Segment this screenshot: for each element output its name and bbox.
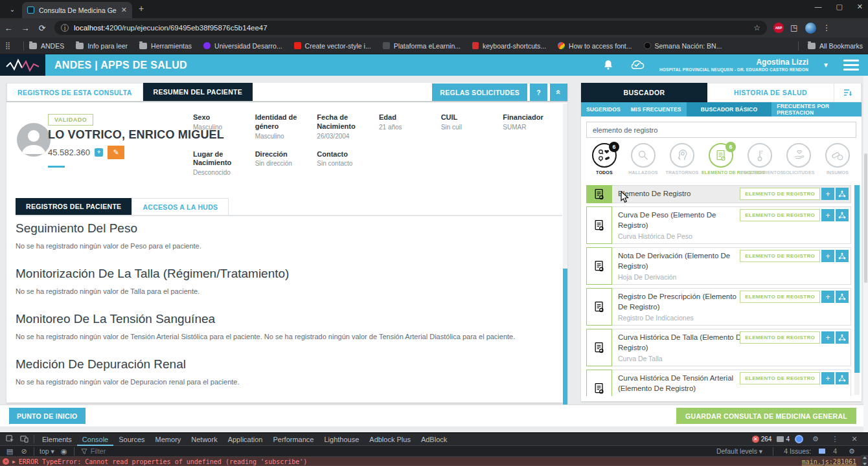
collapse-panel-button[interactable]: « — [550, 83, 567, 101]
bookmark-item[interactable]: Plataforma eLearnin... — [383, 42, 461, 50]
filter-elemento-registros[interactable]: 6 ELEMENTO DE REGISTROS — [702, 143, 740, 175]
window-close-icon[interactable]: ✕ — [857, 3, 863, 11]
log-levels-selector[interactable]: Default levels ▾ — [716, 447, 762, 455]
devtools-tab[interactable]: Elements — [37, 433, 77, 446]
bookmark-item[interactable]: ANDES — [29, 42, 64, 50]
inspect-element-icon[interactable] — [3, 435, 17, 444]
tab-registros-paciente[interactable]: REGISTROS DEL PACIENTE — [16, 198, 131, 215]
bookmark-item[interactable]: How to access font... — [558, 42, 632, 50]
notifications-bell-icon[interactable] — [602, 59, 614, 71]
chrome-menu-icon[interactable]: ⋮ — [823, 23, 830, 32]
page-scrollbar[interactable] — [863, 76, 868, 432]
filter-solicitudes[interactable]: SOLICITUDES — [779, 143, 818, 175]
devtools-tab[interactable]: Network — [186, 433, 222, 446]
issues-button[interactable]: 4 Issues: — [784, 447, 811, 455]
add-result-button[interactable]: + — [821, 188, 834, 200]
bookmark-item[interactable]: Herramientas — [139, 42, 192, 50]
console-scrollbar[interactable] — [861, 455, 868, 466]
subtab-sugeridos[interactable]: SUGERIDOS — [581, 102, 626, 116]
devtools-tab[interactable]: Performance — [268, 433, 319, 446]
scrollbar-thumb[interactable] — [864, 153, 867, 283]
reglas-solicitudes-button[interactable]: REGLAS SOLICITUDES — [432, 83, 527, 101]
bookmark-item[interactable]: Create vector-style i... — [294, 42, 371, 50]
add-result-button[interactable]: + — [821, 209, 834, 221]
subtab-frecuentes-prestacion[interactable]: FRECUENTES POR PRESTACION — [771, 102, 862, 116]
bookmark-item[interactable]: Info para leer — [76, 42, 128, 50]
add-result-button[interactable]: + — [821, 331, 834, 344]
tab-close-icon[interactable]: ✕ — [121, 6, 127, 14]
url-bar[interactable]: i localhost:4200/rup/ejecucion/69495eb38… — [54, 21, 767, 35]
add-result-button[interactable]: + — [821, 250, 834, 262]
bookmark-item[interactable]: Universidad Desarro... — [203, 42, 282, 50]
tab-accesos-huds[interactable]: ACCESOS A LA HUDS — [131, 198, 229, 215]
scrollbar-thumb[interactable] — [854, 185, 860, 373]
back-icon[interactable]: ← — [0, 23, 17, 33]
hierarchy-tree-button[interactable] — [836, 291, 849, 303]
devtools-tab[interactable]: Console — [77, 433, 113, 446]
add-result-button[interactable]: + — [821, 372, 834, 384]
devtools-tab[interactable]: Memory — [150, 433, 187, 446]
results-scrollbar[interactable] — [854, 185, 860, 395]
hierarchy-tree-button[interactable] — [836, 209, 849, 221]
main-menu-icon[interactable] — [843, 60, 859, 71]
devtools-settings-icon[interactable]: ⚙ — [808, 435, 823, 443]
cloud-sync-icon[interactable] — [628, 59, 645, 71]
search-result-item[interactable]: Nota De Derivación (Elemento De Registro… — [586, 247, 851, 285]
extension-status-icon[interactable] — [795, 435, 803, 443]
scrollbar-thumb[interactable] — [563, 269, 567, 405]
tab-search-icon[interactable]: ⌄ — [4, 3, 21, 16]
devtools-tab[interactable]: Adblock Plus — [364, 433, 416, 446]
error-source-link[interactable]: main.js:281061 — [802, 458, 865, 465]
guardar-consulta-button[interactable]: GUARDAR CONSULTA DE MEDICINA GENERAL — [676, 408, 856, 424]
forward-icon[interactable]: → — [17, 23, 34, 33]
devtools-menu-icon[interactable]: ⋮ — [828, 435, 842, 443]
context-selector[interactable]: top ▾ — [40, 447, 54, 455]
clear-console-icon[interactable]: ⊘ — [17, 447, 31, 456]
sort-results-button[interactable] — [834, 83, 862, 102]
window-minimize-icon[interactable]: — — [814, 3, 821, 11]
hierarchy-tree-button[interactable] — [836, 372, 849, 384]
devtools-tab[interactable]: AdBlock — [416, 433, 452, 446]
extensions-icon[interactable]: ◳ — [790, 23, 797, 32]
bookmark-star-icon[interactable]: ☆ — [753, 23, 760, 32]
user-caret-icon[interactable]: ▼ — [823, 61, 829, 69]
hierarchy-tree-button[interactable] — [836, 250, 849, 262]
left-panel-scrollbar[interactable] — [563, 104, 567, 403]
new-tab-button[interactable]: + — [139, 3, 144, 14]
search-result-item[interactable]: Curva Histórica De Talla (Elemento De Re… — [586, 329, 851, 366]
console-filter[interactable] — [81, 447, 168, 455]
andes-logo[interactable] — [0, 54, 45, 76]
add-result-button[interactable]: + — [821, 291, 834, 303]
site-info-icon[interactable]: i — [61, 24, 69, 32]
help-button[interactable]: ? — [530, 83, 547, 101]
error-count-badge[interactable]: ✕264 — [752, 436, 772, 443]
tab-resumen-paciente[interactable]: RESUMEN DEL PACIENTE — [143, 83, 253, 101]
filter-procedimientos[interactable]: PROCEDIMIENTOS — [740, 143, 779, 175]
live-expression-eye-icon[interactable]: ◉ — [57, 447, 71, 456]
all-bookmarks-button[interactable]: All Bookmarks — [793, 41, 863, 50]
expand-error-icon[interactable]: ▶ — [12, 459, 16, 465]
browser-tab[interactable]: Consulta De Medicina General ✕ — [22, 2, 132, 18]
tab-registros-consulta[interactable]: REGISTROS DE ESTA CONSULTA — [6, 83, 143, 101]
search-result-item[interactable]: Curva De Peso (Elemento De Registro) Cur… — [586, 206, 851, 244]
search-result-item[interactable]: Curva Histórica De Tensión Arterial (Ele… — [586, 370, 851, 396]
scroll-down-icon[interactable] — [863, 463, 867, 465]
document-card-icon[interactable]: + — [95, 148, 103, 157]
devtools-tab[interactable]: Lighthouse — [319, 433, 364, 446]
tab-buscador[interactable]: BUSCADOR — [581, 83, 707, 102]
device-toolbar-icon[interactable] — [17, 435, 31, 444]
punto-de-inicio-button[interactable]: PUNTO DE INICIO — [9, 408, 86, 424]
tab-historia-salud[interactable]: HISTORIA DE SALUD — [707, 83, 834, 102]
chrome-profile-avatar[interactable] — [805, 23, 816, 34]
bookmark-item[interactable]: Semana Nación: BN... — [644, 42, 722, 50]
hierarchy-tree-button[interactable] — [836, 331, 849, 344]
console-filter-input[interactable] — [91, 447, 168, 455]
subtab-mis-frecuentes[interactable]: MIS FRECUENTES — [626, 102, 687, 116]
filter-todos[interactable]: 6 TODOS — [585, 143, 624, 175]
hierarchy-tree-button[interactable] — [836, 188, 849, 200]
console-settings-icon[interactable]: ⚙ — [845, 447, 859, 456]
window-maximize-icon[interactable]: ▢ — [836, 3, 842, 11]
devtools-tab[interactable]: Application — [223, 433, 268, 446]
concept-search-input[interactable] — [586, 122, 856, 138]
scroll-up-icon[interactable] — [863, 456, 867, 459]
